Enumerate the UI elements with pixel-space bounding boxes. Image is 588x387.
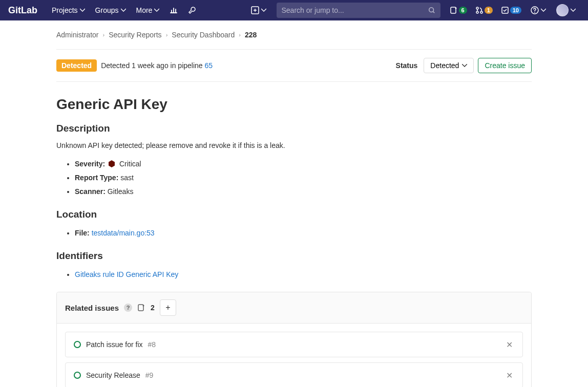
related-issue-ref: #8: [148, 340, 156, 349]
file-row: File: testdata/main.go:53: [75, 226, 532, 240]
search-icon: [428, 7, 435, 14]
chart-icon: [170, 6, 178, 14]
user-menu[interactable]: [552, 2, 580, 18]
scanner-row: Scanner: Gitleaks: [75, 185, 532, 199]
related-issue-ref: #9: [145, 371, 154, 379]
search-box[interactable]: [277, 3, 440, 18]
related-issue-row[interactable]: Security Release #9 ✕: [65, 362, 523, 387]
nav-todos-counter[interactable]: 10: [498, 6, 524, 14]
chevron-down-icon: [80, 8, 85, 13]
status-dropdown[interactable]: Detected: [424, 58, 474, 73]
plus-square-icon: [251, 6, 259, 14]
related-issue-title: Security Release: [86, 371, 140, 379]
create-issue-button[interactable]: Create issue: [478, 58, 532, 73]
chevron-right-icon: ›: [166, 32, 168, 38]
related-issues-title: Related issues: [65, 304, 119, 312]
breadcrumb: Administrator › Security Reports › Secur…: [56, 20, 532, 50]
issue-icon: [450, 6, 458, 14]
top-nav: GitLab Projects Groups More 6 1 10: [0, 0, 588, 20]
merge-request-icon: [475, 6, 484, 14]
help-icon: [531, 6, 539, 14]
chevron-down-icon: [154, 8, 159, 13]
svg-rect-10: [138, 305, 143, 311]
svg-point-3: [455, 8, 456, 9]
avatar: [556, 4, 569, 16]
related-issues-card: Related issues ? 2 + Patch issue for fix…: [56, 292, 532, 387]
nav-projects[interactable]: Projects: [48, 4, 89, 16]
identifiers-list: Gitleaks rule ID Generic API Key: [56, 268, 532, 282]
related-issue-row[interactable]: Patch issue for fix #8 ✕: [65, 332, 523, 357]
nav-issues-counter[interactable]: 6: [447, 6, 470, 14]
location-heading: Location: [56, 209, 532, 220]
page-title: Generic API Key: [56, 96, 532, 113]
svg-point-4: [476, 7, 478, 9]
svg-rect-2: [451, 7, 456, 13]
nav-projects-label: Projects: [52, 6, 78, 14]
file-link[interactable]: testdata/main.go:53: [92, 229, 155, 237]
svg-point-11: [143, 305, 144, 307]
severity-row: Severity: Critical: [75, 157, 532, 171]
description-heading: Description: [56, 123, 532, 134]
todo-icon: [501, 6, 509, 14]
crumb-security-reports[interactable]: Security Reports: [109, 31, 161, 39]
related-issues-body: Patch issue for fix #8 ✕ Security Releas…: [57, 324, 531, 387]
chevron-down-icon: [571, 8, 576, 13]
open-status-icon: [74, 341, 81, 348]
issues-count: 6: [459, 7, 467, 14]
identifiers-heading: Identifiers: [56, 250, 532, 262]
brand-logo[interactable]: GitLab: [8, 5, 37, 16]
chevron-down-icon: [462, 64, 467, 67]
description-text: Unknown API key detected; please remove …: [56, 140, 532, 151]
status-badge: Detected: [56, 59, 97, 72]
nav-groups[interactable]: Groups: [91, 4, 130, 16]
location-list: File: testdata/main.go:53: [56, 226, 532, 240]
nav-more-label: More: [136, 6, 153, 14]
pipeline-link[interactable]: 65: [205, 61, 213, 70]
nav-more[interactable]: More: [132, 4, 164, 16]
chevron-right-icon: ›: [102, 32, 104, 38]
chevron-down-icon: [261, 8, 266, 13]
svg-point-5: [476, 11, 478, 13]
status-row: Detected Detected 1 week ago in pipeline…: [56, 50, 532, 82]
chevron-right-icon: ›: [239, 32, 241, 38]
nav-help[interactable]: [527, 4, 550, 16]
related-issue-title: Patch issue for fix: [86, 340, 143, 349]
crumb-security-dashboard[interactable]: Security Dashboard: [172, 31, 235, 39]
help-icon[interactable]: ?: [124, 304, 132, 312]
related-issues-header: Related issues ? 2 +: [57, 292, 531, 324]
issue-count-icon: [137, 304, 145, 312]
crumb-admin[interactable]: Administrator: [56, 31, 98, 39]
status-label: Status: [396, 61, 418, 70]
status-text: Detected 1 week ago in pipeline 65: [101, 61, 213, 70]
mrs-count: 1: [485, 7, 493, 14]
open-status-icon: [74, 372, 81, 379]
add-related-issue-button[interactable]: +: [160, 299, 176, 316]
nav-analytics[interactable]: [165, 4, 182, 16]
related-issues-count: 2: [151, 304, 155, 312]
remove-related-issue-button[interactable]: ✕: [504, 370, 514, 380]
description-list: Severity: Critical Report Type: sast Sca…: [56, 157, 532, 199]
chevron-down-icon: [541, 8, 546, 13]
severity-critical-icon: [108, 160, 115, 167]
wrench-icon: [188, 6, 196, 14]
svg-point-1: [429, 8, 433, 12]
nav-create[interactable]: [247, 4, 270, 16]
search-input[interactable]: [282, 6, 428, 14]
nav-admin[interactable]: [184, 4, 200, 16]
svg-point-6: [480, 11, 482, 13]
chevron-down-icon: [121, 8, 126, 13]
svg-marker-9: [109, 160, 115, 167]
identifier-row: Gitleaks rule ID Generic API Key: [75, 268, 532, 282]
nav-groups-label: Groups: [95, 6, 119, 14]
crumb-current: 228: [245, 31, 257, 39]
remove-related-issue-button[interactable]: ✕: [504, 339, 514, 350]
report-type-row: Report Type: sast: [75, 171, 532, 185]
identifier-link[interactable]: Gitleaks rule ID Generic API Key: [75, 270, 178, 278]
nav-mrs-counter[interactable]: 1: [472, 6, 496, 14]
todos-count: 10: [510, 7, 521, 14]
